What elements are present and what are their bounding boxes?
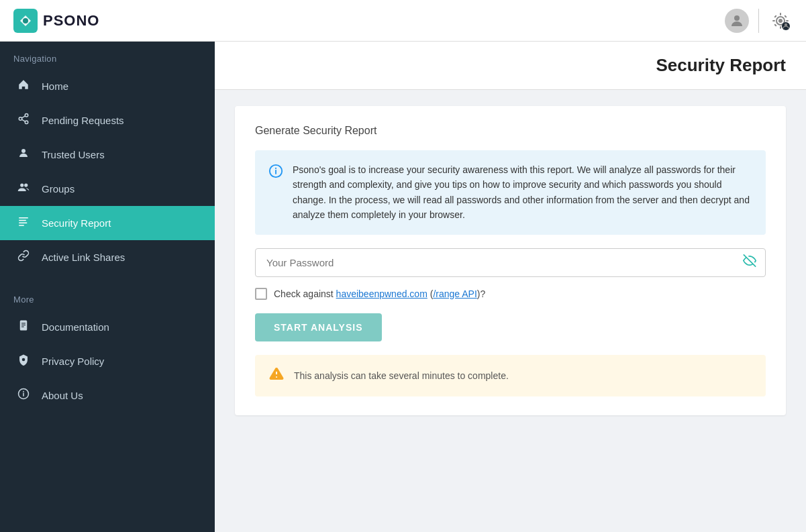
page-title-bar: Security Report	[215, 42, 806, 90]
sidebar-item-pending-requests[interactable]: Pending Requests	[0, 103, 215, 138]
svg-rect-30	[21, 327, 24, 327]
sidebar-item-active-link-shares[interactable]: Active Link Shares	[0, 240, 215, 274]
svg-rect-29	[21, 325, 26, 325]
svg-rect-7	[772, 20, 775, 21]
sidebar-item-documentation[interactable]: Documentation	[0, 310, 215, 344]
card-title: Generate Security Report	[255, 125, 766, 137]
sidebar-item-privacy-label: Privacy Policy	[42, 356, 104, 367]
documentation-icon	[16, 319, 31, 335]
logo-text: PSONO	[43, 12, 99, 30]
sidebar-item-link-shares-label: Active Link Shares	[42, 252, 125, 263]
security-report-card: Generate Security Report Psono's goal is…	[235, 106, 786, 415]
svg-rect-9	[774, 15, 776, 17]
svg-point-16	[19, 117, 22, 121]
info-icon	[16, 388, 31, 403]
page-title: Security Report	[656, 55, 786, 76]
svg-point-37	[275, 168, 276, 169]
haveibeenpwned-link[interactable]: haveibeenpwned.com	[336, 288, 427, 299]
header: PSONO	[0, 0, 806, 42]
svg-rect-36	[275, 170, 276, 174]
group-icon	[16, 181, 31, 197]
main-content: Security Report Generate Security Report…	[215, 42, 806, 532]
svg-rect-23	[19, 217, 28, 219]
svg-rect-6	[780, 26, 781, 29]
sidebar-item-home[interactable]: Home	[0, 69, 215, 103]
sidebar-item-groups-label: Groups	[42, 183, 74, 195]
checkbox-post-text: )?	[477, 288, 485, 299]
sidebar-item-documentation-label: Documentation	[42, 321, 109, 333]
svg-point-1	[23, 18, 28, 23]
sidebar-item-home-label: Home	[42, 81, 68, 92]
security-report-icon	[16, 215, 31, 231]
svg-rect-24	[19, 220, 26, 221]
svg-line-18	[21, 119, 25, 121]
svg-point-34	[23, 391, 24, 392]
nav-section-label: Navigation	[0, 42, 215, 69]
sidebar-item-groups[interactable]: Groups	[0, 172, 215, 206]
settings-icon[interactable]	[768, 9, 793, 33]
password-field-wrapper	[255, 248, 766, 277]
warning-triangle-icon	[268, 366, 285, 386]
content-area: Generate Security Report Psono's goal is…	[215, 90, 806, 431]
info-text: Psono's goal is to increase your securit…	[293, 162, 752, 223]
svg-point-4	[778, 19, 783, 23]
logo: PSONO	[13, 9, 99, 33]
share-icon	[16, 113, 31, 128]
svg-point-20	[21, 149, 26, 153]
password-input[interactable]	[255, 248, 766, 277]
checkbox-label: Check against haveibeenpwned.com (/range…	[274, 288, 485, 299]
svg-line-19	[21, 116, 25, 118]
warning-box: This analysis can take several minutes t…	[255, 355, 766, 396]
svg-rect-10	[784, 15, 787, 17]
sidebar: Navigation Home Pending Requests Trusted…	[0, 42, 215, 532]
svg-rect-28	[21, 323, 26, 323]
svg-point-15	[25, 114, 28, 117]
user-avatar-icon[interactable]	[725, 9, 749, 33]
layout: Navigation Home Pending Requests Trusted…	[0, 42, 806, 532]
home-icon	[16, 78, 31, 94]
svg-rect-26	[19, 225, 24, 226]
sidebar-item-trusted-label: Trusted Users	[42, 149, 105, 160]
warning-text: This analysis can take several minutes t…	[294, 370, 509, 381]
sidebar-item-security-report[interactable]: Security Report	[0, 206, 215, 240]
svg-rect-8	[786, 20, 789, 21]
svg-point-31	[22, 358, 26, 362]
sidebar-item-trusted-users[interactable]: Trusted Users	[0, 138, 215, 172]
svg-rect-33	[23, 393, 24, 396]
svg-rect-25	[19, 223, 27, 224]
svg-rect-5	[780, 13, 781, 15]
checkbox-pre-text: Check against	[274, 288, 336, 299]
privacy-icon	[16, 354, 31, 369]
svg-point-21	[20, 183, 23, 187]
svg-point-2	[734, 15, 740, 21]
sidebar-item-privacy-policy[interactable]: Privacy Policy	[0, 344, 215, 378]
person-icon	[16, 147, 31, 162]
svg-point-22	[24, 183, 28, 187]
info-circle-icon	[268, 164, 283, 182]
haveibeenpwned-checkbox[interactable]	[255, 288, 267, 300]
psono-logo-icon	[13, 9, 38, 33]
svg-point-40	[276, 376, 277, 378]
more-section-label: More	[0, 282, 215, 310]
sidebar-item-about-label: About Us	[42, 390, 83, 401]
haveibeenpwned-checkbox-row: Check against haveibeenpwned.com (/range…	[255, 288, 766, 300]
header-divider	[758, 9, 759, 33]
svg-rect-11	[774, 23, 776, 26]
header-actions	[725, 9, 793, 33]
link-icon	[16, 250, 31, 265]
sidebar-item-security-label: Security Report	[42, 217, 111, 229]
info-box: Psono's goal is to increase your securit…	[255, 150, 766, 235]
password-toggle-icon[interactable]	[743, 254, 756, 271]
start-analysis-button[interactable]: START ANALYSIS	[255, 313, 382, 341]
svg-point-17	[25, 121, 28, 124]
range-api-link[interactable]: /range API	[433, 288, 476, 299]
sidebar-item-pending-label: Pending Requests	[42, 115, 124, 126]
sidebar-item-about-us[interactable]: About Us	[0, 378, 215, 413]
